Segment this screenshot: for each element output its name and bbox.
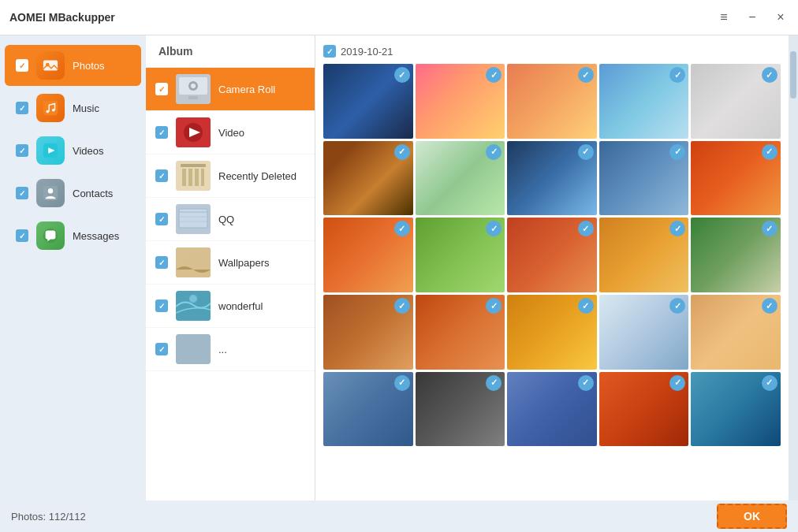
photo-cell[interactable]: ✓ <box>507 141 597 216</box>
album-item-wonderful[interactable]: wonderful <box>146 285 315 328</box>
sidebar-label-music: Music <box>73 102 99 114</box>
qq-checkbox[interactable] <box>155 213 168 225</box>
main-container: Photos Music V <box>0 35 798 500</box>
ok-button[interactable]: OK <box>717 504 787 529</box>
photo-cell[interactable]: ✓ <box>691 218 781 292</box>
scrollbar-thumb[interactable] <box>790 51 796 99</box>
videos-icon <box>36 136 65 165</box>
svg-point-7 <box>48 188 53 193</box>
wallpapers-checkbox[interactable] <box>155 256 168 269</box>
svg-rect-28 <box>176 247 211 277</box>
svg-rect-11 <box>188 96 198 99</box>
photo-cell[interactable]: ✓ <box>507 295 597 370</box>
svg-rect-19 <box>188 169 192 186</box>
wonderful-checkbox[interactable] <box>155 299 168 312</box>
album-item-more[interactable]: ... <box>146 328 315 371</box>
status-text: Photos: 112/112 <box>11 511 86 523</box>
album-item-camera-roll[interactable]: Camera Roll <box>146 68 315 111</box>
photo-cell[interactable]: ✓ <box>323 218 413 292</box>
svg-rect-18 <box>182 169 186 186</box>
album-panel: Album Camera Roll <box>146 35 315 500</box>
camera-roll-label: Camera Roll <box>218 84 275 95</box>
photo-cell[interactable]: ✓ <box>691 295 781 370</box>
photo-cell[interactable]: ✓ <box>416 64 505 139</box>
more-checkbox[interactable] <box>155 343 168 355</box>
photo-cell[interactable]: ✓ <box>507 372 597 447</box>
sidebar: Photos Music V <box>0 35 146 500</box>
photo-checkmark: ✓ <box>394 298 410 314</box>
photo-cell[interactable]: ✓ <box>691 372 781 447</box>
svg-rect-21 <box>201 169 204 186</box>
photo-checkmark: ✓ <box>669 144 685 160</box>
photo-cell[interactable]: ✓ <box>599 64 689 139</box>
photo-cell[interactable]: ✓ <box>323 372 413 447</box>
sidebar-item-messages[interactable]: Messages <box>5 215 141 256</box>
photo-checkmark: ✓ <box>669 375 685 391</box>
album-item-video[interactable]: Video <box>146 111 315 154</box>
photo-checkmark: ✓ <box>762 144 777 160</box>
status-bar: Photos: 112/112 OK <box>0 500 798 532</box>
sidebar-item-photos[interactable]: Photos <box>5 45 141 86</box>
photo-cell[interactable]: ✓ <box>691 141 781 216</box>
album-item-wallpapers[interactable]: Wallpapers <box>146 241 315 285</box>
sidebar-item-contacts[interactable]: Contacts <box>5 173 141 214</box>
music-checkbox[interactable] <box>16 102 28 114</box>
video-checkbox[interactable] <box>155 126 168 139</box>
photo-cell[interactable]: ✓ <box>416 141 505 216</box>
recently-deleted-label: Recently Deleted <box>218 170 296 182</box>
photo-cell[interactable]: ✓ <box>323 141 413 216</box>
messages-checkbox[interactable] <box>16 229 28 242</box>
photo-checkmark: ✓ <box>762 298 777 314</box>
svg-rect-2 <box>43 101 58 115</box>
photo-grid: ✓ ✓ ✓ ✓ ✓ ✓ ✓ ✓ ✓ ✓ ✓ ✓ ✓ ✓ ✓ ✓ ✓ ✓ <box>323 64 781 446</box>
title-bar: AOMEI MBackupper ≡ − × <box>0 0 798 35</box>
photo-cell[interactable]: ✓ <box>323 295 413 370</box>
photo-date-group: 2019-10-21 ✓ ✓ ✓ ✓ ✓ ✓ ✓ ✓ ✓ ✓ ✓ ✓ ✓ ✓ <box>323 43 781 446</box>
recently-deleted-checkbox[interactable] <box>155 169 168 182</box>
sidebar-label-photos: Photos <box>73 60 104 72</box>
videos-checkbox[interactable] <box>16 144 28 157</box>
svg-rect-17 <box>181 164 206 167</box>
more-thumb <box>176 334 211 364</box>
contacts-checkbox[interactable] <box>16 187 28 199</box>
contacts-icon <box>36 179 65 207</box>
qq-label: QQ <box>218 214 234 225</box>
svg-rect-31 <box>176 334 211 364</box>
close-button[interactable]: × <box>773 9 789 25</box>
photos-checkbox[interactable] <box>16 59 28 72</box>
photo-checkmark: ✓ <box>486 144 502 160</box>
photo-cell[interactable]: ✓ <box>599 372 689 447</box>
app-title: AOMEI MBackupper <box>9 11 115 24</box>
photo-checkmark: ✓ <box>578 144 594 160</box>
menu-icon[interactable]: ≡ <box>716 9 732 25</box>
album-item-recently-deleted[interactable]: Recently Deleted <box>146 154 315 198</box>
right-scrollbar[interactable] <box>789 35 798 500</box>
photo-cell[interactable]: ✓ <box>416 372 505 447</box>
photo-cell[interactable]: ✓ <box>599 295 689 370</box>
photo-cell[interactable]: ✓ <box>416 218 505 292</box>
sidebar-label-videos: Videos <box>73 145 104 157</box>
photo-cell[interactable]: ✓ <box>323 64 413 139</box>
sidebar-label-messages: Messages <box>73 230 119 242</box>
photo-checkmark: ✓ <box>394 144 410 160</box>
date-checkbox[interactable] <box>323 45 336 58</box>
photo-checkmark: ✓ <box>578 375 594 391</box>
photo-cell[interactable]: ✓ <box>599 141 689 216</box>
sidebar-item-music[interactable]: Music <box>5 87 141 128</box>
photo-cell[interactable]: ✓ <box>599 218 689 292</box>
minimize-button[interactable]: − <box>744 9 760 25</box>
music-icon <box>36 94 65 122</box>
video-label: Video <box>218 127 244 139</box>
photo-cell[interactable]: ✓ <box>507 64 597 139</box>
photo-cell[interactable]: ✓ <box>507 218 597 292</box>
photo-cell[interactable]: ✓ <box>691 64 781 139</box>
album-item-qq[interactable]: QQ <box>146 198 315 241</box>
photo-panel: 2019-10-21 ✓ ✓ ✓ ✓ ✓ ✓ ✓ ✓ ✓ ✓ ✓ ✓ ✓ ✓ <box>315 35 789 500</box>
photo-checkmark: ✓ <box>486 375 502 391</box>
photo-checkmark: ✓ <box>762 375 777 391</box>
photo-cell[interactable]: ✓ <box>416 295 505 370</box>
svg-point-30 <box>189 295 197 303</box>
sidebar-item-videos[interactable]: Videos <box>5 130 141 171</box>
camera-roll-checkbox[interactable] <box>155 83 168 95</box>
photo-checkmark: ✓ <box>578 298 594 314</box>
